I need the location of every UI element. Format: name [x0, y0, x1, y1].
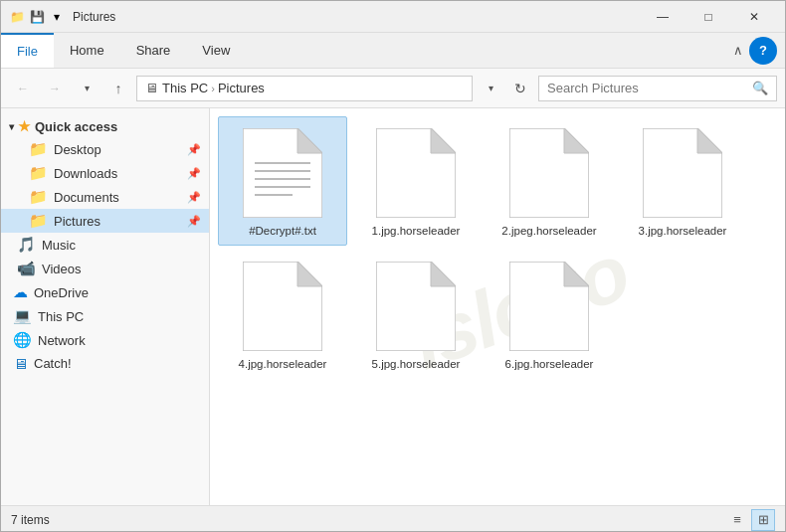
content-area: islogo #Decrypt#.txt — [210, 108, 785, 505]
sidebar-item-pictures[interactable]: 📁 Pictures 📌 — [1, 209, 209, 233]
quick-access-star-icon: ★ — [18, 118, 31, 134]
file-icon-1 — [376, 128, 456, 218]
svg-marker-12 — [697, 128, 722, 153]
pin-icon-downloads: 📌 — [187, 167, 201, 180]
pin-icon-desktop: 📌 — [187, 143, 201, 156]
catch-icon: 🖥 — [13, 355, 28, 372]
pin-icon-pictures: 📌 — [187, 215, 201, 228]
music-icon: 🎵 — [17, 236, 36, 254]
maximize-button[interactable]: □ — [686, 1, 731, 33]
file-label-5: 5.jpg.horseleader — [372, 357, 461, 372]
pin-icon: ▾ — [49, 9, 65, 25]
file-item-decrypt[interactable]: #Decrypt#.txt — [218, 116, 347, 246]
save-icon: 💾 — [29, 9, 45, 25]
sidebar-section-label-text: Quick access — [35, 119, 117, 134]
folder-icon-pictures: 📁 — [29, 212, 48, 230]
list-view-button[interactable]: ≡ — [725, 509, 749, 531]
file-icon-2 — [509, 128, 589, 218]
folder-icon-downloads: 📁 — [29, 164, 48, 182]
sidebar-item-thispc[interactable]: 💻 This PC — [1, 304, 209, 328]
tab-file[interactable]: File — [1, 33, 54, 68]
sidebar-item-desktop[interactable]: 📁 Desktop 📌 — [1, 137, 209, 161]
sidebar-item-documents[interactable]: 📁 Documents 📌 — [1, 185, 209, 209]
sidebar-section-quick-access[interactable]: ▾ ★ Quick access — [1, 112, 209, 137]
thispc-icon: 💻 — [13, 307, 32, 325]
refresh-button[interactable]: ↻ — [506, 75, 534, 102]
item-count: 7 items — [11, 513, 50, 527]
address-path[interactable]: 🖥 This PC › Pictures — [136, 76, 473, 101]
network-icon: 🌐 — [13, 331, 32, 349]
file-icon-decrypt — [243, 128, 322, 218]
tab-home[interactable]: Home — [54, 33, 120, 68]
address-bar: ← → ▾ ↑ 🖥 This PC › Pictures ▾ ↻ 🔍 — [1, 69, 785, 108]
sidebar-label-catch: Catch! — [34, 356, 201, 371]
ribbon: File Home Share View ∧ ? — [1, 33, 785, 69]
svg-marker-8 — [431, 128, 456, 153]
user-avatar[interactable]: ? — [749, 37, 777, 65]
file-item-3[interactable]: 3.jpg.horseleader — [618, 116, 747, 246]
file-label-4: 4.jpg.horseleader — [239, 357, 327, 372]
grid-view-button[interactable]: ⊞ — [751, 509, 775, 531]
dropdown-button[interactable]: ▾ — [73, 75, 100, 102]
sidebar-item-catch[interactable]: 🖥 Catch! — [1, 352, 209, 375]
file-icon-3 — [643, 128, 722, 218]
tab-share[interactable]: Share — [120, 33, 187, 68]
videos-icon: 📹 — [17, 260, 36, 277]
file-item-1[interactable]: 1.jpg.horseleader — [351, 116, 481, 246]
ribbon-collapse-icon[interactable]: ∧ — [733, 43, 743, 58]
file-label-2: 2.jpeg.horseleader — [501, 224, 596, 239]
sidebar-label-network: Network — [38, 333, 201, 348]
sidebar-label-pictures: Pictures — [54, 214, 181, 229]
pin-icon-documents: 📌 — [187, 191, 201, 204]
onedrive-icon: ☁ — [13, 283, 28, 301]
folder-icon-documents: 📁 — [29, 188, 48, 206]
forward-button[interactable]: → — [41, 75, 69, 102]
search-box[interactable]: 🔍 — [538, 76, 777, 101]
svg-marker-14 — [297, 262, 322, 286]
sidebar: ▾ ★ Quick access 📁 Desktop 📌 📁 Downloads… — [1, 108, 210, 505]
folder-icon-desktop: 📁 — [29, 140, 48, 158]
title-bar-icons: 📁 💾 ▾ — [9, 9, 65, 25]
status-bar: 7 items ≡ ⊞ — [1, 505, 785, 532]
path-part-pictures: Pictures — [218, 81, 265, 95]
sidebar-item-videos[interactable]: 📹 Videos — [1, 257, 209, 280]
file-label-decrypt: #Decrypt#.txt — [249, 224, 316, 239]
file-icon-4 — [243, 262, 322, 351]
sidebar-item-onedrive[interactable]: ☁ OneDrive — [1, 280, 209, 304]
minimize-button[interactable]: — — [640, 1, 686, 33]
sidebar-label-downloads: Downloads — [54, 166, 181, 181]
sidebar-label-documents: Documents — [54, 190, 181, 205]
sidebar-label-thispc: This PC — [38, 309, 201, 324]
path-icon: 🖥 — [145, 81, 158, 95]
window-title: Pictures — [73, 10, 640, 24]
svg-marker-18 — [564, 262, 589, 286]
folder-icon: 📁 — [9, 9, 25, 25]
file-icon-6 — [509, 262, 589, 351]
sidebar-label-desktop: Desktop — [54, 142, 181, 157]
main-layout: ▾ ★ Quick access 📁 Desktop 📌 📁 Downloads… — [1, 108, 785, 505]
quick-access-expand-icon: ▾ — [9, 121, 14, 132]
close-button[interactable]: ✕ — [731, 1, 777, 33]
file-item-2[interactable]: 2.jpeg.horseleader — [485, 116, 614, 246]
path-part-thispc: This PC — [162, 81, 208, 95]
sidebar-label-videos: Videos — [42, 262, 201, 276]
tab-view[interactable]: View — [186, 33, 246, 68]
file-item-6[interactable]: 6.jpg.horseleader — [485, 250, 614, 379]
file-item-5[interactable]: 5.jpg.horseleader — [351, 250, 481, 379]
sidebar-item-downloads[interactable]: 📁 Downloads 📌 — [1, 161, 209, 185]
up-button[interactable]: ↑ — [104, 75, 132, 102]
back-button[interactable]: ← — [9, 75, 37, 102]
path-separator-1: › — [211, 83, 215, 94]
path-dropdown-button[interactable]: ▾ — [477, 75, 504, 102]
file-item-4[interactable]: 4.jpg.horseleader — [218, 250, 347, 379]
file-label-3: 3.jpg.horseleader — [639, 224, 727, 239]
search-input[interactable] — [547, 81, 746, 95]
svg-marker-1 — [297, 128, 322, 153]
search-icon: 🔍 — [752, 81, 768, 95]
sidebar-item-music[interactable]: 🎵 Music — [1, 233, 209, 257]
file-icon-5 — [376, 262, 456, 351]
svg-marker-10 — [564, 128, 589, 153]
sidebar-item-network[interactable]: 🌐 Network — [1, 328, 209, 352]
title-bar: 📁 💾 ▾ Pictures — □ ✕ — [1, 1, 785, 33]
file-label-1: 1.jpg.horseleader — [372, 224, 461, 239]
